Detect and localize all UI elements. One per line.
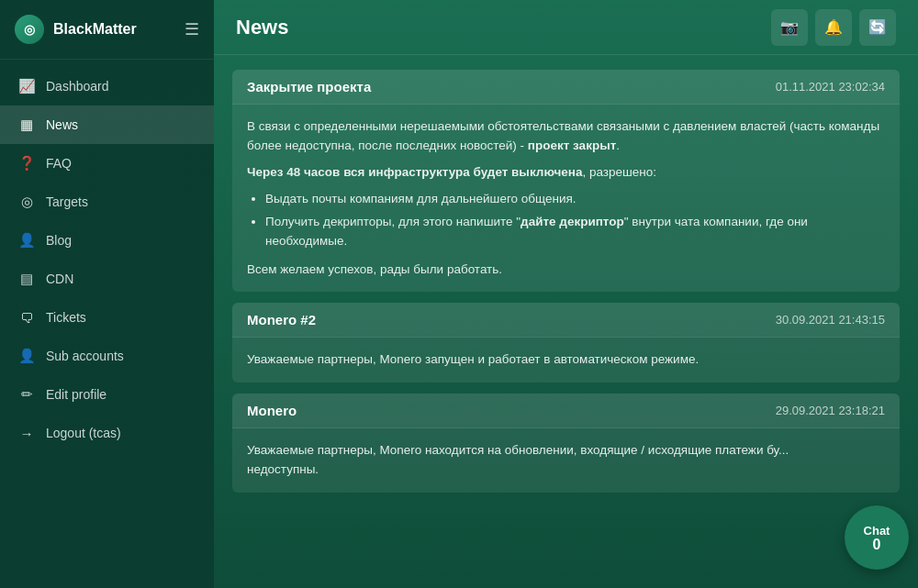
- tickets-icon: 🗨: [18, 309, 35, 326]
- main-panel: News 📷 🔔 🔄 Закрытие проекта 01.11.2021 2…: [214, 0, 918, 588]
- news-bullets: Выдать почты компаниям для дальнейшего о…: [265, 190, 885, 251]
- faq-icon: ❓: [18, 155, 35, 172]
- app-logo-icon: ◎: [15, 15, 44, 44]
- chat-button[interactable]: Chat 0: [845, 505, 909, 570]
- cdn-icon: ▤: [18, 271, 35, 287]
- sidebar-item-label: FAQ: [46, 156, 72, 171]
- news-bold-3: дайте декриптор: [521, 215, 624, 228]
- sidebar-item-tickets[interactable]: 🗨 Tickets: [0, 298, 214, 337]
- news-bold-1: проект закрыт: [528, 139, 616, 152]
- sidebar-item-label: News: [46, 117, 78, 132]
- sidebar-item-label: Dashboard: [46, 79, 109, 94]
- sidebar-item-label: Sub accounts: [46, 349, 124, 363]
- sidebar-item-label: Blog: [46, 233, 72, 248]
- sidebar-item-blog[interactable]: 👤 Blog: [0, 221, 214, 260]
- camera-icon-button[interactable]: 📷: [771, 9, 808, 46]
- news-card-header-1: Monero #2 30.09.2021 21:43:15: [232, 303, 900, 338]
- news-card-2: Monero 29.09.2021 23:18:21 Уважаемые пар…: [232, 394, 900, 493]
- sidebar-item-label: Targets: [46, 194, 88, 209]
- news-bold-2: Через 48 часов вся инфраструктура будет …: [247, 165, 582, 179]
- header-icons: 📷 🔔 🔄: [771, 9, 896, 46]
- app-name: BlackMatter: [53, 21, 137, 38]
- news-card-header-2: Monero 29.09.2021 23:18:21: [232, 394, 900, 428]
- news-card-title-1: Monero #2: [247, 312, 316, 327]
- news-card-body-0: В связи с определенными нерешаемыми обст…: [232, 105, 900, 292]
- news-card-title-2: Monero: [247, 403, 297, 418]
- news-card-date-1: 30.09.2021 21:43:15: [776, 313, 885, 327]
- sidebar-item-targets[interactable]: ◎ Targets: [0, 183, 214, 221]
- news-icon: ▦: [18, 116, 35, 133]
- sidebar-item-label: Logout (tcas): [46, 426, 121, 440]
- news-body-text-1: Уважаемые партнеры, Monero запущен и раб…: [247, 350, 885, 370]
- news-body-intro: В связи с определенными нерешаемыми обст…: [247, 117, 885, 156]
- page-title: News: [236, 16, 771, 39]
- sidebar-item-editprofile[interactable]: ✏ Edit profile: [0, 375, 214, 414]
- news-card-body-2: Уважаемые партнеры, Monero находится на …: [232, 428, 900, 493]
- sidebar-logo: ◎ BlackMatter ☰: [0, 0, 214, 60]
- news-body-subtitle: Через 48 часов вся инфраструктура будет …: [247, 163, 885, 183]
- sidebar-item-label: Tickets: [46, 310, 86, 325]
- chat-count: 0: [873, 538, 881, 552]
- sidebar-item-cdn[interactable]: ▤ CDN: [0, 260, 214, 298]
- news-card-header-0: Закрытие проекта 01.11.2021 23:02:34: [232, 70, 900, 105]
- news-list: Закрытие проекта 01.11.2021 23:02:34 В с…: [214, 55, 918, 588]
- blog-icon: 👤: [18, 232, 35, 249]
- hamburger-icon[interactable]: ☰: [185, 19, 199, 39]
- news-card-date-0: 01.11.2021 23:02:34: [776, 80, 885, 94]
- sidebar-item-faq[interactable]: ❓ FAQ: [0, 144, 214, 183]
- sidebar-item-label: CDN: [46, 272, 73, 286]
- sidebar-item-news[interactable]: ▦ News: [0, 105, 214, 144]
- refresh-icon-button[interactable]: 🔄: [859, 9, 896, 46]
- subaccounts-icon: 👤: [18, 348, 35, 364]
- editprofile-icon: ✏: [18, 386, 35, 403]
- sidebar-nav: 📈 Dashboard ▦ News ❓ FAQ ◎ Targets 👤 Blo…: [0, 60, 214, 588]
- sidebar-item-subaccounts[interactable]: 👤 Sub accounts: [0, 337, 214, 375]
- sidebar-item-logout[interactable]: → Logout (tcas): [0, 414, 214, 452]
- chat-label: Chat: [864, 524, 890, 538]
- logout-icon: →: [18, 425, 35, 441]
- news-body-text-2: Уважаемые партнеры, Monero находится на …: [247, 441, 885, 480]
- sidebar-item-dashboard[interactable]: 📈 Dashboard: [0, 67, 214, 105]
- bell-icon-button[interactable]: 🔔: [815, 9, 852, 46]
- news-card-0: Закрытие проекта 01.11.2021 23:02:34 В с…: [232, 70, 900, 292]
- news-card-1: Monero #2 30.09.2021 21:43:15 Уважаемые …: [232, 303, 900, 383]
- news-card-title-0: Закрытие проекта: [247, 79, 371, 94]
- sidebar: ◎ BlackMatter ☰ 📈 Dashboard ▦ News ❓ FAQ…: [0, 0, 214, 588]
- news-body-footer: Всем желаем успехов, рады были работать.: [247, 261, 885, 280]
- news-bullet-0: Выдать почты компаниям для дальнейшего о…: [265, 190, 885, 209]
- page-header: News 📷 🔔 🔄: [214, 0, 918, 55]
- dashboard-icon: 📈: [18, 78, 35, 94]
- news-card-date-2: 29.09.2021 23:18:21: [776, 404, 885, 417]
- news-bullet-1: Получить декрипторы, для этого напишите …: [265, 213, 885, 251]
- targets-icon: ◎: [18, 194, 35, 210]
- sidebar-item-label: Edit profile: [46, 387, 106, 402]
- news-card-body-1: Уважаемые партнеры, Monero запущен и раб…: [232, 338, 900, 383]
